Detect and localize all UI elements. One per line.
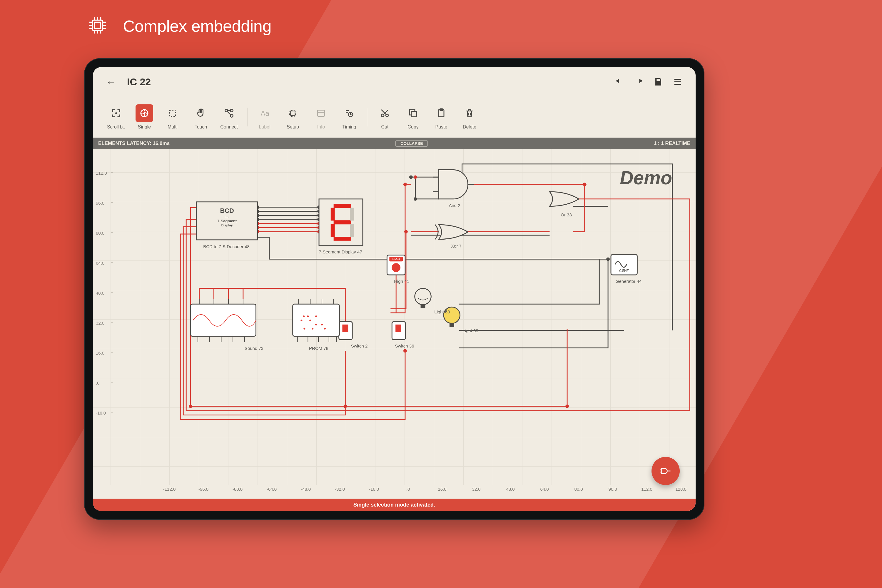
tool-timing[interactable]: Timing <box>336 104 363 130</box>
label-high41: High 41 <box>394 279 409 284</box>
x-tick: -80.0 <box>232 487 243 492</box>
tool-copy[interactable]: Copy <box>400 104 426 130</box>
svg-point-17 <box>116 113 117 114</box>
tool-label: AaLabel <box>251 104 278 130</box>
svg-point-106 <box>309 320 311 321</box>
realtime-label: 1 : 1 REALTIME <box>654 141 690 146</box>
svg-point-110 <box>312 328 314 330</box>
svg-point-43 <box>414 175 417 179</box>
svg-text:7-Segment: 7-Segment <box>217 219 237 223</box>
status-bar: ELEMENTS LATENCY: 16.0ms COLLAPSE 1 : 1 … <box>93 138 696 149</box>
connect-icon <box>220 104 238 122</box>
x-tick: 80.0 <box>574 487 583 492</box>
label-xor7: Xor 7 <box>451 243 462 248</box>
svg-rect-101 <box>293 304 340 336</box>
x-tick: -48.0 <box>301 487 311 492</box>
component-and-gate[interactable] <box>433 170 474 199</box>
tool-paste[interactable]: Paste <box>428 104 454 130</box>
app-screen: ← IC 22 Scroll b..SingleMultiTouchConnec… <box>93 67 696 511</box>
svg-point-59 <box>414 197 417 201</box>
svg-text:BCD: BCD <box>220 207 234 214</box>
svg-rect-86 <box>450 323 454 327</box>
component-7seg-display[interactable] <box>319 199 363 246</box>
component-or-gate[interactable] <box>549 192 579 206</box>
label-or33: Or 33 <box>561 212 572 217</box>
x-tick: .0 <box>406 487 410 492</box>
component-generator[interactable]: 0.5HZ <box>611 254 637 275</box>
svg-point-83 <box>415 288 431 305</box>
label-switch2: Switch 2 <box>351 344 368 348</box>
x-tick: 48.0 <box>506 487 514 492</box>
tool-delete[interactable]: Delete <box>456 104 483 130</box>
svg-point-58 <box>409 175 413 179</box>
svg-text:to: to <box>225 215 228 219</box>
label-sound73: Sound 73 <box>244 346 263 351</box>
tablet-frame: ← IC 22 Scroll b..SingleMultiTouchConnec… <box>84 58 704 520</box>
tool-multi[interactable]: Multi <box>159 104 186 130</box>
tool-label: Info <box>317 124 325 130</box>
component-switch-36[interactable] <box>392 322 405 340</box>
svg-point-102 <box>303 315 304 317</box>
label-prom78: PROM 78 <box>309 346 328 351</box>
component-prom[interactable] <box>293 299 340 342</box>
canvas[interactable]: 112.096.080.064.048.032.016.0.0-16.0 -11… <box>93 149 696 499</box>
tool-label: Scroll b.. <box>107 124 125 130</box>
tool-label: Connect <box>220 124 238 130</box>
x-tick: -32.0 <box>335 487 345 492</box>
status-toast: Single selection mode activated. <box>93 499 696 511</box>
y-axis: 112.096.080.064.048.032.016.0.0-16.0 <box>93 149 112 485</box>
component-xor-gate[interactable] <box>435 225 468 239</box>
text-icon: Aa <box>256 104 273 122</box>
svg-point-47 <box>404 349 407 352</box>
svg-rect-90 <box>395 325 401 332</box>
tool-touch[interactable]: Touch <box>188 104 214 130</box>
tool-single[interactable]: Single <box>131 104 158 130</box>
tool-label: Touch <box>195 124 207 130</box>
x-tick: 32.0 <box>472 487 480 492</box>
svg-rect-88 <box>342 325 348 332</box>
marketing-header: Complex embedding <box>85 13 272 39</box>
svg-rect-19 <box>170 110 176 116</box>
x-axis: -112.0-96.0-80.0-64.0-48.0-32.0-16.0.016… <box>93 485 696 499</box>
x-tick: -96.0 <box>198 487 208 492</box>
svg-text:Display: Display <box>221 224 233 227</box>
label-bcd-decoder: BCD to 7-S Decoder 48 <box>203 244 250 249</box>
tool-cut[interactable]: Cut <box>372 104 398 130</box>
tool-connect[interactable]: Connect <box>216 104 242 130</box>
svg-rect-30 <box>411 111 417 117</box>
undo-button[interactable] <box>615 77 624 87</box>
redo-button[interactable] <box>634 77 644 87</box>
back-button[interactable]: ← <box>106 75 116 88</box>
pointer-icon <box>135 104 153 122</box>
x-tick: 96.0 <box>608 487 617 492</box>
trash-icon <box>461 104 478 122</box>
chip-icon <box>284 104 302 122</box>
svg-point-103 <box>307 315 309 317</box>
svg-point-48 <box>583 183 586 186</box>
component-high-source[interactable]: HIGH <box>387 255 405 275</box>
menu-button[interactable] <box>673 77 682 87</box>
svg-point-22 <box>231 110 233 112</box>
tool-label: Paste <box>435 124 447 130</box>
card-icon <box>312 104 330 122</box>
svg-point-111 <box>324 328 326 330</box>
svg-point-41 <box>404 230 408 233</box>
paste-icon <box>432 104 450 122</box>
tool-scroll-back[interactable]: Scroll b.. <box>103 104 129 130</box>
label-light60: Light 60 <box>434 309 450 314</box>
component-light-60[interactable] <box>415 288 431 308</box>
timing-icon <box>340 104 358 122</box>
marquee-icon <box>164 104 182 122</box>
component-sound[interactable] <box>190 299 256 342</box>
svg-point-42 <box>404 183 407 186</box>
component-bcd-decoder[interactable]: BCD to 7-Segment Display <box>196 202 258 240</box>
tool-setup[interactable]: Setup <box>280 104 306 130</box>
add-gate-fab[interactable] <box>651 457 680 485</box>
collapse-button[interactable]: COLLAPSE <box>395 140 428 147</box>
svg-point-109 <box>303 328 305 330</box>
y-tick: 48.0 <box>96 291 104 296</box>
tool-info: Info <box>308 104 334 130</box>
document-title: IC 22 <box>127 76 151 88</box>
save-button[interactable] <box>653 77 663 87</box>
component-switch-2[interactable] <box>339 322 352 340</box>
